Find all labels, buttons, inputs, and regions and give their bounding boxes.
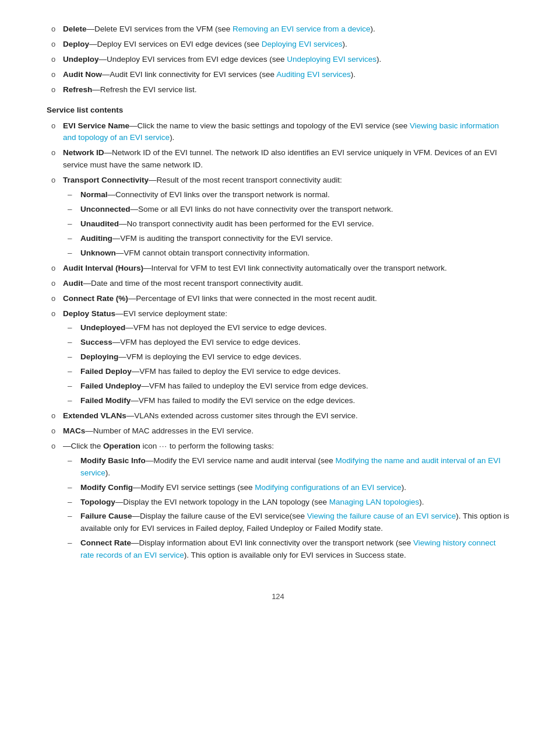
list-item-modify-config: Modify Config—Modify EVI service setting… [63, 482, 509, 494]
failure-cause-link[interactable]: Viewing the failure cause of an EVI serv… [307, 512, 456, 520]
list-item-refresh: Refresh—Refresh the EVI service list. [47, 84, 509, 96]
modify-config-after: ). [402, 483, 406, 492]
list-item-operation: —Click the Operation icon ··· to perform… [47, 440, 509, 562]
unaudited-label: Unaudited [80, 219, 119, 228]
list-item-unknown: Unknown—VFM cannot obtain transport conn… [63, 247, 509, 260]
top-list: Delete—Delete EVI services from the VFM … [47, 23, 509, 96]
modify-config-link[interactable]: Modifying configurations of an EVI servi… [255, 483, 401, 492]
auditing-text: —VFM is auditing the transport connectiv… [112, 234, 333, 243]
list-item-modify-basic-info: Modify Basic Info—Modify the EVI service… [63, 455, 509, 480]
macs-text: —Number of MAC addresses in the EVI serv… [85, 426, 254, 435]
service-list-header: Service list contents [47, 104, 509, 117]
audit-now-after: ). [351, 70, 356, 79]
service-list: EVI Service Name—Click the name to view … [47, 120, 509, 562]
deploy-status-text: —EVI service deployment state: [115, 309, 227, 318]
operation-text-end: to perform the following tasks: [167, 442, 274, 450]
deploy-after: ). [342, 40, 347, 48]
evi-service-name-after: ). [170, 133, 174, 142]
list-item-connect-rate: Connect Rate (%)—Percentage of EVI links… [47, 293, 509, 305]
deploy-link[interactable]: Deploying EVI services [262, 40, 343, 48]
auditing-label: Auditing [80, 234, 112, 243]
failed-undeploy-text: —VFM has failed to undeploy the EVI serv… [141, 382, 368, 390]
success-text: —VFM has deployed the EVI service to edg… [112, 338, 301, 346]
list-item-transport-connectivity: Transport Connectivity—Result of the mos… [47, 174, 509, 260]
delete-label: Delete [63, 24, 87, 33]
list-item-audit-now: Audit Now—Audit EVI link connectivity fo… [47, 69, 509, 81]
audit-interval-label: Audit Interval (Hours) [63, 264, 143, 272]
operation-text-after: icon [140, 442, 159, 450]
modify-basic-info-after: ). [105, 468, 110, 477]
extended-vlans-text: —VLANs extended across customer sites th… [126, 411, 358, 420]
list-item-delete: Delete—Delete EVI services from the VFM … [47, 23, 509, 36]
connect-rate-text: —Percentage of EVI links that were conne… [128, 294, 377, 303]
list-item-unconnected: Unconnected—Some or all EVI links do not… [63, 204, 509, 216]
undeploy-text: —Undeploy EVI services from EVI edge dev… [99, 55, 287, 64]
list-item-macs: MACs—Number of MAC addresses in the EVI … [47, 425, 509, 438]
delete-link[interactable]: Removing an EVI service from a device [233, 24, 370, 33]
macs-label: MACs [63, 426, 85, 435]
extended-vlans-label: Extended VLANs [63, 411, 126, 420]
list-item-failed-deploy: Failed Deploy—VFM has failed to deploy t… [63, 366, 509, 378]
unconnected-text: —Some or all EVI links do not have conne… [131, 205, 393, 214]
list-item-auditing: Auditing—VFM is auditing the transport c… [63, 233, 509, 245]
modify-config-label: Modify Config [80, 483, 133, 492]
failed-deploy-label: Failed Deploy [80, 367, 132, 376]
unknown-label: Unknown [80, 249, 116, 257]
failed-modify-text: —VFM has failed to modify the EVI servic… [131, 396, 355, 405]
topology-after: ). [419, 498, 424, 506]
undeployed-label: Undeployed [80, 323, 125, 332]
topology-text: —Display the EVI network topology in the… [115, 498, 329, 506]
transport-connectivity-sublist: Normal—Connectivity of EVI links over th… [63, 189, 509, 260]
operation-ellipsis-icon: ··· [159, 440, 167, 452]
unconnected-label: Unconnected [80, 205, 131, 214]
transport-connectivity-label: Transport Connectivity [63, 176, 149, 184]
page-content: Delete—Delete EVI services from the VFM … [47, 23, 509, 603]
failure-cause-label: Failure Cause [80, 512, 132, 520]
deploy-label: Deploy [63, 40, 89, 48]
transport-connectivity-text: —Result of the most recent transport con… [149, 176, 342, 184]
audit-now-link[interactable]: Auditing EVI services [276, 70, 351, 79]
undeploy-link[interactable]: Undeploying EVI services [287, 55, 376, 64]
success-label: Success [80, 338, 112, 346]
normal-label: Normal [80, 190, 108, 199]
list-item-network-id: Network ID—Network ID of the EVI tunnel.… [47, 147, 509, 172]
audit-text: —Date and time of the most recent transp… [83, 279, 303, 288]
unaudited-text: —No transport connectivity audit has bee… [119, 219, 374, 228]
list-item-normal: Normal—Connectivity of EVI links over th… [63, 189, 509, 201]
evi-service-name-text: —Click the name to view the basic settin… [129, 121, 410, 130]
list-item-undeploy: Undeploy—Undeploy EVI services from EVI … [47, 54, 509, 66]
operation-text-before: —Click the [63, 442, 103, 450]
evi-service-name-label: EVI Service Name [63, 121, 129, 130]
network-id-label: Network ID [63, 148, 104, 157]
list-item-deploying: Deploying—VFM is deploying the EVI servi… [63, 351, 509, 363]
list-item-extended-vlans: Extended VLANs—VLANs extended across cus… [47, 410, 509, 422]
list-item-audit: Audit—Date and time of the most recent t… [47, 278, 509, 290]
list-item-deploy: Deploy—Deploy EVI services on EVI edge d… [47, 38, 509, 51]
undeployed-text: —VFM has not deployed the EVI service to… [125, 323, 326, 332]
failed-modify-label: Failed Modify [80, 396, 131, 405]
topology-link[interactable]: Managing LAN topologies [329, 498, 420, 506]
deploy-status-sublist: Undeployed—VFM has not deployed the EVI … [63, 322, 509, 407]
undeploy-label: Undeploy [63, 55, 99, 64]
list-item-undeployed: Undeployed—VFM has not deployed the EVI … [63, 322, 509, 334]
list-item-topology: Topology—Display the EVI network topolog… [63, 496, 509, 509]
network-id-text: —Network ID of the EVI tunnel. The netwo… [63, 148, 497, 169]
deploying-label: Deploying [80, 352, 118, 361]
failed-undeploy-label: Failed Undeploy [80, 382, 141, 390]
failure-cause-text: —Display the failure cause of the EVI se… [132, 512, 307, 520]
refresh-label: Refresh [63, 85, 92, 94]
list-item-audit-interval: Audit Interval (Hours)—Interval for VFM … [47, 262, 509, 275]
topology-label: Topology [80, 498, 115, 506]
deploy-status-label: Deploy Status [63, 309, 115, 318]
list-item-evi-service-name: EVI Service Name—Click the name to view … [47, 120, 509, 145]
unknown-text: —VFM cannot obtain transport connectivit… [116, 249, 309, 257]
list-item-failure-cause: Failure Cause—Display the failure cause … [63, 510, 509, 535]
list-item-deploy-status: Deploy Status—EVI service deployment sta… [47, 308, 509, 407]
failed-deploy-text: —VFM has failed to deploy the EVI servic… [132, 367, 341, 376]
list-item-unaudited: Unaudited—No transport connectivity audi… [63, 218, 509, 230]
page-number: 124 [47, 591, 509, 603]
list-item-success: Success—VFM has deployed the EVI service… [63, 337, 509, 349]
audit-interval-text: —Interval for VFM to test EVI link conne… [143, 264, 447, 272]
refresh-text: —Refresh the EVI service list. [92, 85, 196, 94]
audit-now-label: Audit Now [63, 70, 102, 79]
